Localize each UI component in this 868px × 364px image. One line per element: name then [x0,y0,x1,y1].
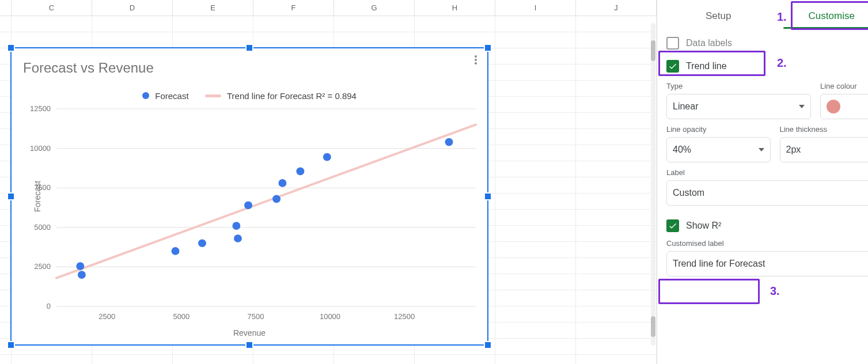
resize-handle[interactable] [247,45,252,51]
resize-handle[interactable] [8,194,14,199]
line-colour-select[interactable] [820,94,868,119]
legend-trend-label: Trend line for Forecast R² = 0.894 [227,91,357,101]
field-label: Line thickness [780,125,869,134]
svg-text:12500: 12500 [394,312,415,321]
svg-text:0: 0 [47,302,51,310]
resize-handle[interactable] [485,45,491,51]
annotation-box [658,279,760,304]
option-data-labels[interactable]: Data labels [664,33,868,53]
legend-trend-icon [205,94,221,97]
field-label: Line colour [820,82,868,90]
svg-text:5000: 5000 [34,223,51,232]
svg-point-27 [296,168,304,176]
field-label: Label [666,168,868,177]
svg-point-23 [234,234,242,242]
svg-text:7500: 7500 [248,312,264,321]
spreadsheet-area[interactable]: C D E F G H I J Forecast v [0,0,657,364]
field-label: Customised label [666,239,868,248]
colour-swatch-icon [827,100,840,113]
svg-point-29 [445,138,453,146]
svg-point-25 [272,195,281,203]
option-trend-line[interactable]: Trend line [664,56,868,76]
chevron-down-icon [759,148,764,151]
col-header[interactable]: G [334,0,415,16]
checkbox-unchecked-icon[interactable] [666,37,679,50]
resize-handle[interactable] [8,342,14,348]
svg-point-22 [232,222,240,230]
chart-title[interactable]: Forecast vs Revenue [23,60,154,76]
chart-options-icon[interactable] [469,53,483,67]
svg-text:10000: 10000 [30,144,51,153]
col-header[interactable]: E [173,0,253,16]
select-value: Linear [673,101,698,112]
line-opacity-select[interactable]: 40% [666,137,771,162]
trend-label-select[interactable]: Custom [666,180,868,206]
svg-point-24 [244,202,252,210]
col-header[interactable]: F [253,0,334,16]
tab-customise[interactable]: Customise [778,0,869,32]
option-show-r2[interactable]: Show R² [664,216,868,236]
checkbox-checked-icon[interactable] [666,60,679,73]
svg-text:12500: 12500 [30,104,51,113]
select-value: 40% [673,145,691,155]
scroll-thumb[interactable] [651,316,655,337]
col-header[interactable]: H [415,0,495,16]
svg-text:7500: 7500 [34,183,51,192]
resize-handle[interactable] [8,45,14,51]
col-header[interactable]: D [92,0,173,16]
svg-point-28 [323,153,331,161]
col-header[interactable]: J [576,0,657,16]
vertical-scrollbar[interactable] [651,23,655,346]
resize-handle[interactable] [485,194,491,199]
svg-line-17 [56,124,476,278]
chart-plot-area: 0250050007500100001250025005000750010000… [56,109,476,306]
scroll-thumb[interactable] [651,40,655,61]
svg-text:2500: 2500 [98,312,115,321]
custom-label-input[interactable] [666,251,868,276]
x-axis-label: Revenue [12,328,487,338]
svg-point-26 [278,179,286,187]
svg-point-19 [78,271,86,279]
chevron-down-icon [799,105,805,108]
trend-type-select[interactable]: Linear [666,94,811,119]
chart-legend: Forecast Trend line for Forecast R² = 0.… [12,90,487,101]
select-value: Custom [673,188,704,198]
column-headers: C D E F G H I J [0,0,657,16]
svg-point-21 [198,239,206,247]
option-label: Data labels [686,38,732,48]
field-label: Type [666,82,811,90]
chart-container[interactable]: Forecast vs Revenue Forecast Trend line … [10,47,488,346]
legend-series-label: Forecast [155,91,188,101]
option-label: Show R² [686,221,721,231]
col-header[interactable]: C [12,0,92,16]
legend-dot-icon [142,92,149,99]
select-value: 2px [786,145,801,155]
resize-handle[interactable] [247,342,252,348]
svg-text:2500: 2500 [34,262,51,271]
svg-point-20 [172,247,180,255]
resize-handle[interactable] [485,342,491,348]
col-header[interactable]: I [495,0,576,16]
tab-setup[interactable]: Setup [664,0,773,32]
chart-editor-panel: Setup Customise Data labels Trend line T… [657,0,868,364]
svg-text:10000: 10000 [320,312,340,321]
svg-text:5000: 5000 [173,312,189,321]
option-label: Trend line [686,61,727,71]
svg-point-18 [76,262,84,270]
checkbox-checked-icon[interactable] [666,219,679,232]
line-thickness-select[interactable]: 2px [780,137,869,162]
field-label: Line opacity [666,125,771,134]
annotation-number: 3. [770,285,780,298]
